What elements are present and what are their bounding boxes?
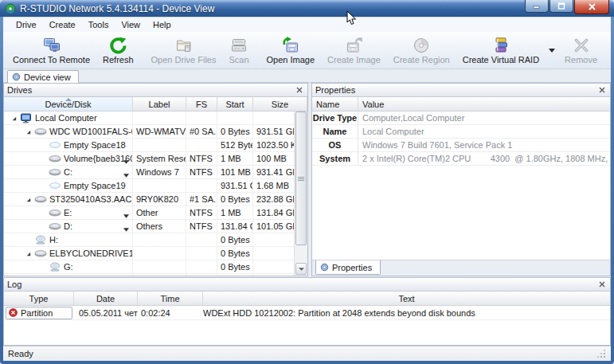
device-name: H: [49, 235, 58, 245]
open-drive-files-button[interactable]: Open Drive Files [145, 32, 223, 68]
table-row[interactable]: C: Windows 7 NTFS 101 MB 931.41 GB [4, 166, 295, 179]
table-row[interactable]: ELBYCLONEDRIVE1.4 0 Bytes [4, 247, 295, 260]
expander-icon[interactable] [9, 115, 19, 122]
column-label: Text [398, 294, 414, 303]
menu-tools[interactable]: Tools [82, 19, 115, 30]
stop-button[interactable]: STOP Stop [608, 32, 614, 68]
table-row[interactable]: System 2 x Intel(R) Core(TM)2 CPU 4300 @… [312, 152, 610, 166]
expander-icon[interactable] [23, 250, 33, 257]
device-name: WDC WD1001FALS-00J... [49, 127, 133, 136]
device-name: ELBYCLONEDRIVE1.4 [49, 249, 133, 258]
column-header-fs[interactable]: FS [186, 97, 217, 111]
drives-scrollbar[interactable] [294, 112, 307, 276]
toolbar-button-label: Open Image [267, 55, 315, 65]
table-row[interactable]: WDC WD1001FALS-00J... WD-WMATV0... #0 SA… [4, 125, 295, 139]
column-header-device-disk[interactable]: Device/Disk [4, 97, 133, 111]
column-header-size[interactable]: Size [253, 97, 307, 111]
log-message: WDExt HDD 10212002: Partition at 2048 ex… [203, 308, 610, 318]
title-bar[interactable]: R-STUDIO Network 5.4.134114 - Device Vie… [0, 0, 614, 17]
properties-empty-area [312, 166, 610, 260]
connect-to-remote-button[interactable]: Connect To Remote [6, 32, 96, 68]
row-dropdown-icon[interactable] [123, 224, 129, 233]
create-region-button[interactable]: Create Region [387, 32, 456, 68]
log-row[interactable]: Partition 05.05.2011 четв... 0:02:24 WDE… [4, 306, 610, 320]
table-row[interactable]: H: 0 Bytes [4, 233, 295, 247]
column-header-date[interactable]: Date [74, 292, 138, 305]
table-row[interactable]: Empty Space19 931.51 GB 1.68 MB [4, 179, 295, 193]
create-virtual-raid-icon [491, 36, 510, 55]
row-dropdown-icon[interactable] [123, 156, 129, 165]
toolbar-button-label: Open Drive Files [151, 55, 217, 65]
table-row[interactable]: Empty Space18 512 Bytes 1023.50 KB [4, 139, 295, 152]
resize-grip-icon[interactable] [596, 349, 606, 358]
properties-close-button[interactable] [597, 85, 607, 95]
expander-icon[interactable] [23, 128, 33, 135]
column-label: Label [149, 100, 170, 109]
refresh-icon [108, 36, 127, 55]
row-dropdown-icon[interactable] [123, 170, 129, 178]
create-virtual-raid-dropdown[interactable] [546, 32, 558, 68]
menu-help[interactable]: Help [147, 19, 178, 30]
refresh-button[interactable]: Refresh [96, 32, 140, 68]
menu-create[interactable]: Create [43, 19, 82, 30]
table-row[interactable]: OS Windows 7 Build 7601, Service Pack 1 [312, 139, 610, 152]
create-image-icon [344, 36, 363, 55]
table-row[interactable]: PIONEERDVD-RW DVR-... 0 Bytes [4, 274, 295, 276]
create-virtual-raid-button[interactable]: Create Virtual RAID [456, 32, 546, 68]
device-name: ST3250410AS3.AAC [49, 194, 131, 204]
column-label: Time [160, 294, 179, 303]
device-view-icon [12, 72, 21, 81]
scan-button[interactable]: Scan [222, 32, 255, 68]
scan-icon [229, 36, 248, 55]
expander-icon[interactable] [23, 196, 33, 203]
column-label: Date [96, 294, 115, 303]
table-row[interactable]: E: Other NTFS 1 MB 131.84 GB [4, 206, 295, 220]
toolbar-button-label: Remove [565, 55, 597, 65]
maximize-button[interactable] [549, 0, 573, 13]
properties-tab-bar: Properties [312, 260, 610, 276]
drives-panel: Drives Device/Disk Label FS Start Size [3, 83, 308, 276]
hdd-icon [48, 168, 61, 176]
tab-properties[interactable]: Properties [315, 260, 381, 275]
scrollbar-thumb[interactable] [295, 112, 307, 245]
view-tab-bar: Device view [3, 69, 611, 83]
chevron-down-icon [549, 49, 555, 53]
table-row[interactable]: Drive Type Computer,Local Computer [312, 112, 610, 125]
scroll-down-button[interactable] [295, 263, 307, 275]
remove-button[interactable]: Remove [558, 32, 604, 68]
drives-close-button[interactable] [295, 85, 304, 95]
table-row[interactable]: G: 0 Bytes [4, 260, 295, 274]
column-header-value[interactable]: Value [358, 97, 610, 111]
table-row[interactable]: Local Computer [4, 112, 295, 125]
column-header-text[interactable]: Text [203, 292, 610, 305]
toolbar-button-label: Connect To Remote [13, 55, 90, 65]
connect-to-remote-icon [42, 36, 61, 55]
column-header-start[interactable]: Start [217, 97, 253, 111]
log-type-cell[interactable]: Partition [6, 307, 72, 319]
table-row[interactable]: Name Local Computer [312, 125, 610, 139]
menu-view[interactable]: View [115, 19, 147, 30]
table-row[interactable]: D: Others NTFS 131.84 GB 101.05 GB [4, 220, 295, 233]
log-close-button[interactable] [597, 280, 607, 289]
log-empty-area [4, 320, 610, 345]
mouse-cursor-icon [346, 10, 357, 25]
column-header-type[interactable]: Type [4, 292, 74, 305]
create-image-button[interactable]: Create Image [321, 32, 387, 68]
device-name: E: [64, 208, 72, 217]
properties-column-header: Name Value [312, 97, 610, 112]
row-dropdown-icon[interactable] [123, 210, 129, 219]
open-image-button[interactable]: Open Image [260, 32, 322, 68]
tab-device-view[interactable]: Device view [7, 70, 79, 83]
menu-drive[interactable]: Drive [10, 19, 43, 30]
column-header-time[interactable]: Time [138, 292, 203, 305]
minimize-button[interactable] [525, 0, 549, 13]
column-header-name[interactable]: Name [312, 97, 358, 111]
close-icon [588, 3, 596, 10]
table-row[interactable]: Volume{baeb3160-... System Reser... NTFS… [4, 152, 295, 166]
close-button[interactable] [574, 0, 609, 14]
remove-icon [572, 36, 591, 55]
column-label: Start [225, 100, 244, 109]
table-row[interactable]: ST3250410AS3.AAC 9RY0K820 #1 SA... 0 Byt… [4, 193, 295, 206]
column-header-label[interactable]: Label [133, 97, 186, 111]
column-label: Name [316, 100, 339, 109]
